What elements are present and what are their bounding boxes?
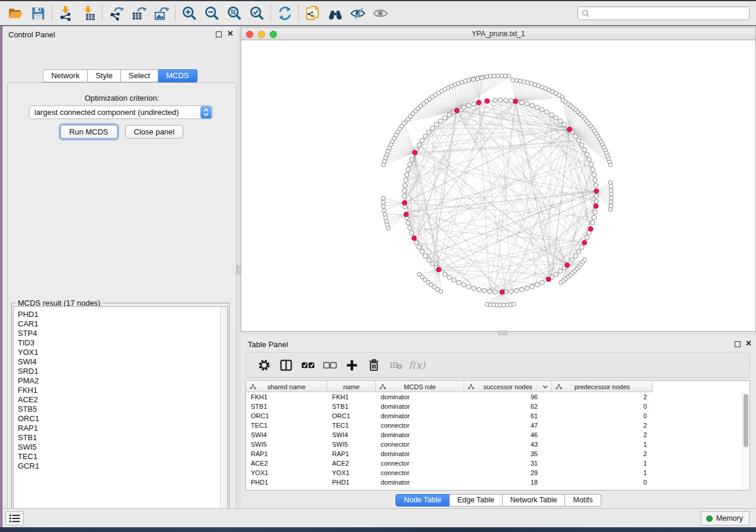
network-node[interactable] xyxy=(519,100,524,104)
table-row[interactable]: TEC1TEC1connector472 xyxy=(246,421,749,430)
column-selector-button[interactable] xyxy=(275,354,297,376)
network-node[interactable] xyxy=(403,183,407,187)
network-node[interactable] xyxy=(519,287,524,291)
network-node[interactable] xyxy=(493,98,497,102)
network-node[interactable] xyxy=(582,148,586,152)
show-panel-button[interactable] xyxy=(369,3,391,23)
network-node[interactable] xyxy=(414,241,419,245)
network-node[interactable] xyxy=(579,143,583,147)
mcds-result-item[interactable]: YOX1 xyxy=(18,348,220,357)
network-node[interactable] xyxy=(403,188,407,193)
import-table-button[interactable] xyxy=(77,3,100,23)
network-node[interactable] xyxy=(585,236,589,240)
network-node[interactable] xyxy=(404,172,409,177)
network-node[interactable] xyxy=(404,178,408,182)
network-node[interactable] xyxy=(402,194,406,198)
network-node[interactable] xyxy=(610,192,614,196)
table-row[interactable]: SWI4SWI4dominator462 xyxy=(246,430,749,440)
close-panel-icon[interactable]: ✕ xyxy=(227,30,234,38)
import-network-button[interactable] xyxy=(55,3,77,23)
network-node[interactable] xyxy=(583,258,587,262)
network-node[interactable] xyxy=(573,254,578,258)
table-row[interactable]: RAP1RAP1dominator352 xyxy=(246,449,749,459)
tab-select[interactable]: Select xyxy=(121,69,158,82)
network-node[interactable] xyxy=(540,107,544,111)
table-row[interactable]: ACE2ACE2connector311 xyxy=(246,459,749,468)
network-node[interactable] xyxy=(423,134,428,138)
column-header-successor-nodes[interactable]: successor nodes xyxy=(464,381,552,392)
network-node[interactable] xyxy=(443,116,447,120)
table-scrollbar[interactable] xyxy=(742,393,749,489)
refresh-button[interactable] xyxy=(273,3,296,23)
mcds-node[interactable] xyxy=(582,241,587,245)
mcds-result-item[interactable]: GCR1 xyxy=(18,462,220,471)
mcds-node[interactable] xyxy=(404,212,409,217)
mcds-node[interactable] xyxy=(402,200,407,205)
column-header-mcds-role[interactable]: MCDS role xyxy=(376,381,464,392)
network-node[interactable] xyxy=(587,157,591,161)
tab-mcds[interactable]: MCDS xyxy=(158,69,197,82)
mcds-result-item[interactable]: SRD1 xyxy=(18,367,220,376)
table-row[interactable]: YOX1YOX1connector291 xyxy=(246,468,749,477)
export-network-button[interactable] xyxy=(105,3,127,23)
mcds-result-item[interactable]: STP4 xyxy=(18,329,220,338)
open-file-button[interactable] xyxy=(4,3,27,23)
network-node[interactable] xyxy=(427,258,431,262)
network-node[interactable] xyxy=(591,220,595,225)
mcds-node[interactable] xyxy=(594,204,598,209)
export-table-button[interactable] xyxy=(127,3,150,23)
network-node[interactable] xyxy=(381,196,385,200)
add-row-button[interactable] xyxy=(341,354,363,376)
zoom-selected-button[interactable] xyxy=(245,3,268,23)
network-node[interactable] xyxy=(592,172,596,177)
network-node[interactable] xyxy=(594,183,598,187)
search-network-button[interactable] xyxy=(324,3,346,23)
network-node[interactable] xyxy=(609,188,613,193)
network-node[interactable] xyxy=(382,209,386,213)
network-node[interactable] xyxy=(594,199,598,203)
mcds-result-item[interactable]: STB5 xyxy=(18,405,220,414)
network-node[interactable] xyxy=(514,289,518,293)
float-panel-icon[interactable] xyxy=(216,31,222,37)
network-node[interactable] xyxy=(427,130,431,134)
network-node[interactable] xyxy=(570,258,574,262)
mcds-list-scrollbar[interactable] xyxy=(220,306,228,521)
export-image-button[interactable] xyxy=(150,3,173,23)
network-node[interactable] xyxy=(381,204,385,209)
network-node[interactable] xyxy=(579,245,583,249)
network-node[interactable] xyxy=(561,98,565,102)
mcds-node[interactable] xyxy=(594,189,599,194)
mcds-node[interactable] xyxy=(484,99,489,104)
network-node[interactable] xyxy=(406,167,410,171)
network-node[interactable] xyxy=(477,287,481,291)
criterion-select[interactable]: largest connected component (undirected) xyxy=(29,105,213,119)
table-row[interactable]: FKH1FKH1dominator962 xyxy=(246,392,749,402)
network-node[interactable] xyxy=(461,283,465,287)
close-panel-button[interactable]: Close panel xyxy=(125,125,184,139)
network-node[interactable] xyxy=(549,113,553,117)
network-node[interactable] xyxy=(530,284,534,289)
scrollbar-thumb[interactable] xyxy=(744,394,748,447)
network-node[interactable] xyxy=(382,163,386,167)
network-node[interactable] xyxy=(558,119,562,123)
network-node[interactable] xyxy=(609,200,613,204)
network-node[interactable] xyxy=(585,152,589,156)
network-node[interactable] xyxy=(592,215,596,219)
table-row[interactable]: PHD1PHD1dominator180 xyxy=(246,477,749,487)
network-node[interactable] xyxy=(430,126,435,130)
network-node[interactable] xyxy=(503,98,508,102)
network-node[interactable] xyxy=(467,103,471,107)
hide-panel-button[interactable] xyxy=(346,3,369,23)
network-node[interactable] xyxy=(610,196,614,200)
network-node[interactable] xyxy=(522,80,526,84)
save-session-button[interactable] xyxy=(27,3,49,23)
tab-style[interactable]: Style xyxy=(88,69,121,82)
network-node[interactable] xyxy=(540,280,544,284)
network-node[interactable] xyxy=(609,204,613,208)
mcds-node[interactable] xyxy=(436,267,441,272)
settings-gear-button[interactable] xyxy=(253,354,275,376)
mcds-result-item[interactable]: SWI4 xyxy=(18,357,220,367)
network-node[interactable] xyxy=(407,162,412,166)
network-node[interactable] xyxy=(525,102,529,106)
network-node[interactable] xyxy=(511,78,515,82)
